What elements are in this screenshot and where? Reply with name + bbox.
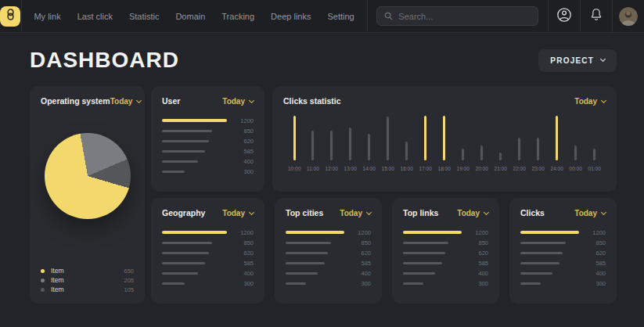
bar-area [311,116,314,160]
card-header: Clicks statistic Today [283,96,606,106]
period-dropdown[interactable]: Today [574,97,606,106]
top-cities-card: Top cities Today 1200850620585400300 [275,198,382,304]
bar-row: 1200 [286,231,371,234]
period-label: Today [457,209,480,217]
bar [403,242,448,244]
chevron-down-icon [249,97,254,102]
card-header: User Today [162,96,254,106]
main-nav: My linkLast clickStatisticDomainTracking… [21,12,366,21]
bar [520,242,566,244]
bar-row: 300 [286,282,371,285]
period-dropdown[interactable]: Today [222,97,254,106]
bar [387,117,389,160]
bar-value: 620 [351,250,371,257]
time-bar-column: 15:00 [382,116,394,171]
bar [520,231,579,234]
account-button[interactable] [549,0,580,32]
card-header: Top cities Today [286,208,371,217]
nav-link[interactable]: Tracking [221,12,254,21]
bar-value: 850 [351,239,371,246]
period-label: Today [222,97,245,106]
period-dropdown[interactable]: Today [574,209,606,217]
bar-track [403,231,462,234]
bar-area [499,116,502,160]
app-logo[interactable] [0,6,20,27]
time-label: 21:00 [495,166,507,171]
bar [403,282,423,285]
bar-area [480,116,483,160]
nav-link[interactable]: Domain [175,12,205,21]
period-dropdown[interactable]: Today [110,97,142,106]
nav-link[interactable]: Deep links [271,12,311,21]
chevron-down-icon [484,209,489,214]
project-dropdown-button[interactable]: PROJECT [538,49,617,72]
bar-value: 300 [351,280,371,287]
bar-value: 850 [585,239,606,246]
bar-row: 585 [403,261,488,264]
bar [403,272,435,275]
nav-link[interactable]: Statistic [129,12,160,21]
bar-value: 585 [233,148,254,155]
time-label: 19:00 [457,166,470,171]
pie-legend: Item650Item205Item105 [41,268,134,293]
bar [162,171,185,173]
bar-area [349,116,351,160]
bar-value: 300 [233,280,254,287]
time-bar-column: 16:00 [401,116,413,171]
nav-link[interactable]: Last click [77,12,113,21]
time-bar-column: 12:00 [326,116,338,171]
bar [499,153,502,160]
bar [480,146,483,160]
bar-value: 400 [351,270,371,277]
bar [286,252,328,254]
bar [286,272,318,275]
time-label: 23:00 [532,166,545,171]
bar-row: 300 [162,282,254,285]
bar-row: 585 [162,149,254,153]
bar [162,252,209,254]
bar-row: 850 [520,241,606,244]
top-links-card: Top links Today 1200850620585400300 [392,198,499,304]
bar-track [286,231,344,234]
user-avatar[interactable] [619,7,638,26]
profile-cell[interactable] [613,0,644,32]
period-dropdown[interactable]: Today [457,209,488,217]
bar-value: 620 [233,138,254,145]
user-card: User Today 1200850620585400300 [151,86,264,192]
period-label: Today [222,209,245,217]
bar-row: 585 [162,261,254,264]
bar-value: 1200 [233,229,254,236]
bar-row: 620 [162,251,254,254]
bar [403,231,462,234]
notifications-button[interactable] [581,0,612,32]
clicks-statistic-card: Clicks statistic Today 10:0011:0012:0013… [272,86,617,192]
bar-track [520,231,579,234]
bar-value: 620 [233,250,254,257]
bar-row: 400 [162,271,254,275]
period-dropdown[interactable]: Today [340,209,371,217]
search-bar[interactable] [376,6,538,26]
bar [462,149,464,160]
period-label: Today [574,209,597,217]
bar-track [403,252,462,254]
account-icon [556,7,572,26]
bar [286,242,331,244]
bar-area [293,116,296,160]
nav-link[interactable]: My link [34,12,60,21]
bar [162,272,198,275]
bar [162,262,205,264]
time-label: 18:00 [438,166,451,171]
bar [520,282,541,285]
time-bar-column: 11:00 [307,116,319,171]
project-button-label: PROJECT [550,56,594,65]
cards-row-2: Geography Today 1200850620585400300 Top … [151,198,617,304]
bar-track [286,242,344,244]
search-input[interactable] [398,12,531,21]
bar-track [162,140,227,142]
time-label: 10:00 [288,166,300,171]
card-title: Top links [403,208,438,217]
nav-link[interactable]: Setting [327,12,354,21]
period-dropdown[interactable]: Today [222,209,254,217]
bar-value: 850 [233,128,254,135]
bar [520,262,559,264]
